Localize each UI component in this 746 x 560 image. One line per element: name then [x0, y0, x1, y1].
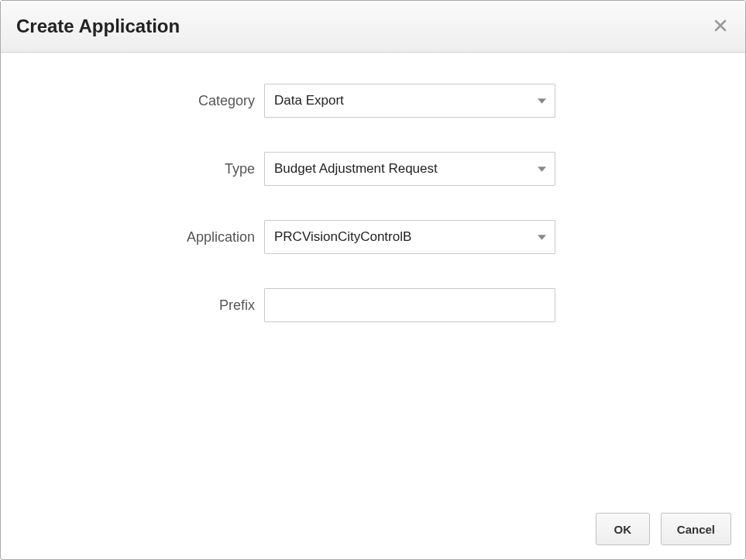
- category-select-value: Data Export: [264, 84, 555, 118]
- application-row: Application PRCVisionCityControlB: [16, 220, 730, 254]
- prefix-label: Prefix: [16, 297, 264, 314]
- prefix-input[interactable]: [264, 288, 555, 322]
- application-select[interactable]: PRCVisionCityControlB: [264, 220, 555, 254]
- category-select[interactable]: Data Export: [264, 84, 555, 118]
- category-row: Category Data Export: [16, 84, 730, 118]
- close-icon[interactable]: [711, 15, 730, 38]
- type-label: Type: [16, 161, 264, 177]
- dialog-title: Create Application: [16, 15, 180, 37]
- category-label: Category: [16, 93, 264, 109]
- prefix-row: Prefix: [16, 288, 730, 322]
- ok-button[interactable]: OK: [596, 513, 650, 545]
- application-select-value: PRCVisionCityControlB: [264, 220, 555, 254]
- dialog-body: Category Data Export Type Budget Adjustm…: [1, 53, 745, 502]
- type-row: Type Budget Adjustment Request: [16, 152, 730, 186]
- dialog-header: Create Application: [1, 1, 745, 53]
- create-application-dialog: Create Application Category Data Export …: [0, 0, 746, 560]
- type-select-value: Budget Adjustment Request: [264, 152, 555, 186]
- dialog-footer: OK Cancel: [1, 502, 745, 559]
- application-label: Application: [16, 229, 264, 246]
- cancel-button[interactable]: Cancel: [661, 513, 731, 545]
- type-select[interactable]: Budget Adjustment Request: [264, 152, 555, 186]
